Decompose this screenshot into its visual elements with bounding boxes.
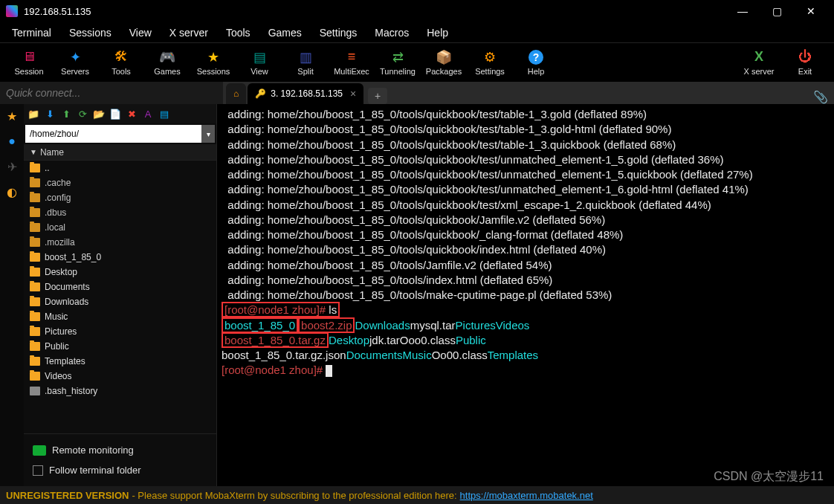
statusbar: UNREGISTERED VERSION - Please support Mo… [0,486,834,504]
tb-session[interactable]: 🖥Session [6,50,52,76]
sftp-newfile-icon[interactable]: 📄 [109,107,122,120]
toolbar: 🖥Session ✦Servers 🛠Tools 🎮Games ★Session… [0,43,834,82]
quick-connect-input[interactable] [0,84,223,102]
follow-checkbox[interactable] [33,465,43,476]
follow-terminal-row[interactable]: Follow terminal folder [30,460,210,480]
file-item[interactable]: .config [24,190,216,205]
tb-servers[interactable]: ✦Servers [52,50,98,76]
rail-macros-icon[interactable]: ✈ [4,159,19,174]
sftp-props-icon[interactable]: A [141,107,155,120]
file-item[interactable]: Templates [24,354,216,369]
tab-session-3[interactable]: 🔑 3. 192.168.51.135 × [248,83,363,104]
menu-xserver[interactable]: X server [161,24,217,42]
packages-icon: 📦 [436,50,451,65]
file-item[interactable]: .cache [24,175,216,190]
file-item[interactable]: .local [24,220,216,235]
remote-monitoring-row[interactable]: Remote monitoring [30,440,210,460]
sftp-download-icon[interactable]: ⬇ [43,107,56,120]
file-item[interactable]: .mozilla [24,235,216,250]
tb-games[interactable]: 🎮Games [144,50,190,76]
menu-terminal[interactable]: Terminal [3,24,60,42]
tab-home[interactable]: ⌂ [226,83,246,104]
file-icon [30,387,40,395]
path-input[interactable] [25,125,201,143]
folder-icon [30,193,40,202]
titlebar: 192.168.51.135 — ▢ ✕ [0,0,834,22]
folder-icon [30,238,40,247]
minimize-button[interactable]: — [725,0,760,22]
tb-packages[interactable]: 📦Packages [421,50,467,76]
terminal[interactable]: adding: home/zhou/boost_1_85_0/tools/qui… [217,104,834,486]
folder-icon [30,208,40,217]
maximize-button[interactable]: ▢ [760,0,794,22]
quickconnect-bar: ⌂ 🔑 3. 192.168.51.135 × + 📎 [0,82,834,104]
attach-icon[interactable]: 📎 [813,90,828,104]
menu-settings[interactable]: Settings [311,24,366,42]
games-icon: 🎮 [160,50,175,65]
sftp-upload-icon[interactable]: ⬆ [59,107,73,120]
file-item[interactable]: .bash_history [24,384,216,398]
file-item[interactable]: .. [24,161,216,175]
tb-view[interactable]: ▤View [236,50,282,76]
tb-xserver[interactable]: XX server [736,50,782,76]
menu-view[interactable]: View [120,24,161,42]
menu-games[interactable]: Games [259,24,311,42]
folder-icon [30,372,40,381]
xserver-icon: X [751,50,766,65]
tunneling-icon: ⇄ [390,50,405,65]
file-item[interactable]: Documents [24,280,216,294]
help-icon: ? [528,50,543,65]
rail-tools-icon[interactable]: ◐ [4,184,19,199]
file-item[interactable]: Downloads [24,294,216,309]
file-item[interactable]: Music [24,309,216,324]
path-bar: ▾ [25,125,215,143]
sftp-newfolder-icon[interactable]: 📂 [92,107,106,120]
unregistered-label: UNREGISTERED VERSION [6,490,129,501]
app-icon [6,5,18,17]
multiexec-icon: ≡ [344,50,359,65]
sftp-view-icon[interactable]: ▤ [158,107,171,120]
close-button[interactable]: ✕ [794,0,828,22]
file-item[interactable]: Desktop [24,265,216,280]
sftp-delete-icon[interactable]: ✖ [125,107,138,120]
tab-close-icon[interactable]: × [350,88,356,100]
star-icon: ★ [206,50,221,65]
split-icon: ▥ [298,50,313,65]
key-icon: 🔑 [255,88,266,99]
rail-favorites-icon[interactable]: ★ [4,109,19,123]
tb-sessions[interactable]: ★Sessions [190,50,236,76]
settings-icon: ⚙ [482,50,497,65]
tb-tools[interactable]: 🛠Tools [98,50,144,76]
tb-multiexec[interactable]: ≡MultiExec [329,50,375,76]
sftp-refresh-icon[interactable]: ⟳ [76,107,89,120]
file-item[interactable]: .dbus [24,205,216,220]
folder-icon [30,253,40,262]
menu-sessions[interactable]: Sessions [60,24,120,42]
folder-icon [30,282,40,291]
status-link[interactable]: https://mobaxterm.mobatek.net [460,490,593,501]
tb-split[interactable]: ▥Split [282,50,329,76]
new-tab-button[interactable]: + [368,88,387,104]
file-list[interactable]: ...cache.config.dbus.local.mozillaboost_… [24,161,216,433]
sidebar-footer: Remote monitoring Follow terminal folder [24,433,216,486]
file-item[interactable]: Videos [24,369,216,384]
file-item[interactable]: boost_1_85_0 [24,250,216,265]
monitor-icon [33,445,46,456]
tb-exit[interactable]: ⏻Exit [782,50,828,76]
menu-macros[interactable]: Macros [366,24,418,42]
menu-tools[interactable]: Tools [217,24,259,42]
path-dropdown-icon[interactable]: ▾ [201,125,215,143]
tabbar: ⌂ 🔑 3. 192.168.51.135 × + 📎 [223,82,834,104]
tb-help[interactable]: ?Help [513,50,559,76]
tab-label: 3. 192.168.51.135 [271,88,343,99]
rail-sftp-icon[interactable]: ● [4,134,19,149]
folder-icon [30,297,40,306]
file-item[interactable]: Pictures [24,324,216,339]
menubar: Terminal Sessions View X server Tools Ga… [0,22,834,43]
tb-tunneling[interactable]: ⇄Tunneling [375,50,421,76]
menu-help[interactable]: Help [418,24,457,42]
file-header[interactable]: ▼Name [24,144,216,161]
file-item[interactable]: Public [24,339,216,354]
sftp-folder-icon[interactable]: 📁 [27,107,40,120]
tb-settings[interactable]: ⚙Settings [467,50,513,76]
